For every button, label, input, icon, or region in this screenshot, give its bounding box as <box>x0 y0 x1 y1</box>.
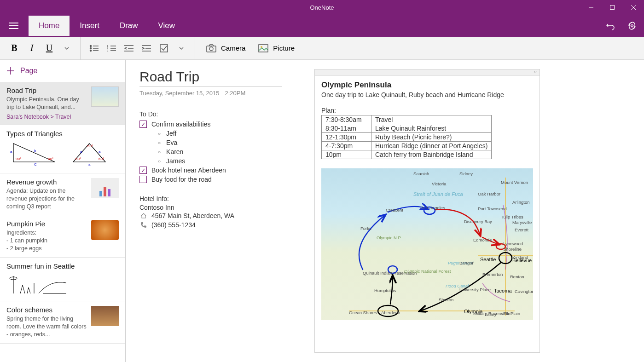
svg-text:60°: 60° <box>99 157 104 161</box>
camera-icon <box>206 44 216 52</box>
page-item-title: Summer fun in Seattle <box>6 262 119 270</box>
embed-description: One day trip to Lake Quinault, Ruby beac… <box>321 91 533 98</box>
undo-icon[interactable] <box>604 19 617 32</box>
tab-draw[interactable]: Draw <box>110 16 148 36</box>
map-image: Saanich Victoria Sidney Strait of Juan d… <box>321 168 533 320</box>
page-item-colors[interactable]: Color schemes Spring theme for the livin… <box>0 301 125 344</box>
plus-icon <box>6 67 15 75</box>
note-canvas[interactable]: Road Trip Tuesday, September 15, 20152:2… <box>126 60 644 362</box>
hotel-address: 4567 Main St, Aberdeen, WA <box>140 211 314 220</box>
checkbox-icon[interactable] <box>139 176 147 183</box>
svg-text:40°: 40° <box>48 157 53 161</box>
table-row: 10pmCatch ferry from Bainbridge Island <box>322 150 492 159</box>
tab-view[interactable]: View <box>148 16 186 36</box>
table-row: 12-1:30pmRuby Beach (Picnic here?) <box>322 133 492 142</box>
page-thumb-map <box>91 86 119 107</box>
page-item-title: Types of Triangles <box>6 130 119 138</box>
table-row: 4-7:30pmHurrican Ridge (dinner at Port A… <box>322 142 492 150</box>
page-item-snippet: Spring theme for the living room. Love t… <box>6 315 87 339</box>
svg-point-10 <box>90 47 92 49</box>
page-thumb-pie <box>91 220 119 240</box>
add-page-label: Page <box>20 67 37 75</box>
todo-header: To Do: <box>139 110 314 118</box>
tab-insert[interactable]: Insert <box>70 16 110 36</box>
hotel-name: Contoso Inn <box>139 204 314 211</box>
svg-text:b: b <box>34 149 36 153</box>
svg-text:a: a <box>80 149 82 154</box>
svg-text:a: a <box>88 162 91 167</box>
page-item-pumpkin[interactable]: Pumpkin Pie Ingredients: - 1 can pumpkin… <box>0 215 125 258</box>
page-item-revenue[interactable]: Revenue growth Agenda: Update on the rev… <box>0 173 125 216</box>
indent-button[interactable] <box>138 39 155 57</box>
close-button[interactable] <box>623 0 644 15</box>
font-dropdown[interactable] <box>58 39 75 57</box>
page-item-title: Pumpkin Pie <box>6 220 87 228</box>
tab-home[interactable]: Home <box>29 16 70 36</box>
table-row: 8:30-11amLake Quinault Rainforest <box>322 124 492 133</box>
menu-icon[interactable] <box>5 17 23 35</box>
page-item-road-trip[interactable]: Road Trip Olympic Peninsula. One day tri… <box>0 82 125 125</box>
bullet-list-button[interactable] <box>85 39 103 57</box>
triangles-sketch: 90°40° 60°60°60° Cab aaa <box>6 139 117 167</box>
outdent-button[interactable] <box>120 39 138 57</box>
todo-sub-item[interactable]: Eva <box>158 138 314 147</box>
page-sidebar: Page Road Trip Olympic Peninsula. One da… <box>0 60 126 362</box>
page-item-breadcrumb: Sara's Notebook > Travel <box>6 114 87 120</box>
page-item-seattle[interactable]: Summer fun in Seattle <box>0 258 125 301</box>
picture-button[interactable]: Picture <box>252 39 301 57</box>
container-drag-handle[interactable]: ···· ‹› <box>315 69 540 76</box>
todo-item[interactable]: Confirm availabilities <box>139 120 314 129</box>
plan-table[interactable]: 7:30-8:30amTravel 8:30-11amLake Quinault… <box>321 115 492 159</box>
numbered-list-button[interactable]: 123 <box>103 39 120 57</box>
svg-text:90°: 90° <box>16 157 21 161</box>
todo-item[interactable]: Buy food for the road <box>139 175 314 184</box>
minimize-button[interactable] <box>580 0 602 15</box>
svg-point-28 <box>209 47 213 51</box>
camera-label: Camera <box>221 44 245 52</box>
svg-rect-47 <box>104 187 106 196</box>
svg-point-12 <box>90 50 92 51</box>
embedded-container[interactable]: ···· ‹› Olympic Peninsula One day trip t… <box>314 69 540 353</box>
checkbox-icon[interactable] <box>139 167 147 174</box>
checkbox-icon[interactable] <box>139 121 147 128</box>
svg-text:60°: 60° <box>75 157 81 161</box>
phone-icon <box>140 222 147 228</box>
svg-text:3: 3 <box>107 49 109 52</box>
note-timestamp: Tuesday, September 15, 20152:20PM <box>139 90 314 97</box>
todo-sub-item[interactable]: James <box>158 156 314 166</box>
camera-button[interactable]: Camera <box>200 39 252 57</box>
bold-button[interactable]: B <box>6 39 23 57</box>
note-title[interactable]: Road Trip <box>139 69 314 85</box>
page-item-snippet: Agenda: Update on the revenue projection… <box>6 187 87 211</box>
sync-icon[interactable] <box>626 19 638 32</box>
tag-dropdown[interactable] <box>173 39 190 57</box>
page-item-snippet: Ingredients: - 1 can pumpkin - 2 large e… <box>6 229 87 253</box>
svg-rect-46 <box>99 191 102 196</box>
page-item-triangles[interactable]: Types of Triangles 90°40° 60°60°60° Cab <box>0 125 125 173</box>
underline-button[interactable]: U <box>41 39 58 57</box>
tab-bar: Home Insert Draw View <box>0 15 644 37</box>
todo-sub-item[interactable]: Karen <box>158 147 314 156</box>
todo-item[interactable]: Book hotel near Aberdeen <box>139 166 314 175</box>
todo-sub-item[interactable]: Jeff <box>158 129 314 138</box>
svg-text:60°: 60° <box>87 144 93 148</box>
maximize-button[interactable] <box>602 0 623 15</box>
page-item-snippet: Olympic Peninsula. One day trip to Lake … <box>6 96 87 111</box>
app-title: OneNote <box>310 4 334 11</box>
page-item-title: Color schemes <box>6 306 87 314</box>
page-thumb-room <box>91 306 119 326</box>
titlebar: OneNote <box>0 0 644 15</box>
page-item-title: Revenue growth <box>6 178 87 186</box>
page-item-title: Road Trip <box>6 86 87 94</box>
italic-button[interactable]: I <box>23 39 41 57</box>
svg-rect-26 <box>160 45 168 52</box>
svg-text:C: C <box>34 162 37 167</box>
svg-rect-1 <box>610 6 615 10</box>
home-icon <box>140 213 147 219</box>
checkbox-tag-button[interactable] <box>155 39 173 57</box>
svg-text:a: a <box>10 149 12 154</box>
svg-point-8 <box>90 45 92 46</box>
svg-rect-48 <box>108 189 110 196</box>
add-page-button[interactable]: Page <box>0 60 125 82</box>
embed-title: Olympic Peninsula <box>321 80 533 90</box>
